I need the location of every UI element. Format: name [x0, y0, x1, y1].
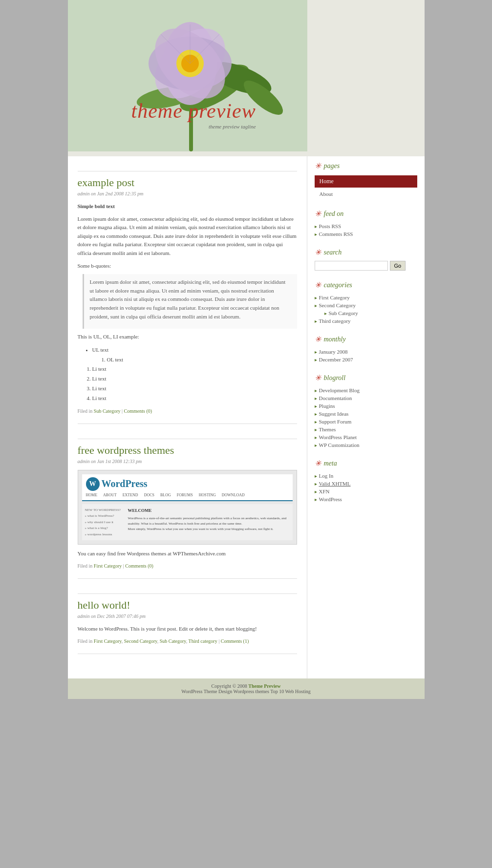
post-content-2: You can easy find free Wordpress themes …	[78, 550, 297, 558]
category-second[interactable]: Second Category	[315, 301, 417, 309]
post-body-2: You can easy find free Wordpress themes …	[78, 550, 297, 558]
post-category-link-1[interactable]: Sub Category	[94, 408, 121, 414]
wp-logo: W WordPress	[86, 477, 289, 491]
blogroll-support-link[interactable]: Support Forum	[319, 419, 352, 424]
list-item-ol: OL text	[107, 355, 297, 365]
monthly-star-icon: ✳	[315, 335, 321, 344]
search-button[interactable]: Go	[390, 261, 406, 271]
post-meta-3: admin on Dec 26th 2007 07:46 pm	[78, 614, 297, 619]
blogroll-wp-custom-link[interactable]: WP Customization	[319, 442, 360, 448]
post-content-1: Simple bold text Lorem ipsum dolor sit a…	[78, 202, 297, 403]
sidebar-pages-title: ✳ pages	[315, 161, 417, 170]
feed-item-posts[interactable]: Posts RSS	[315, 222, 417, 230]
mid-divider-2	[78, 593, 297, 594]
category-sub-link[interactable]: Sub Category	[329, 310, 358, 316]
list-item-ul: UL text OL text	[92, 345, 297, 365]
meta-xfn-link[interactable]: XFN	[319, 488, 330, 494]
sidebar-blogroll-title: ✳ blogroll	[315, 373, 417, 382]
meta-xhtml-link[interactable]: Valid XHTML	[319, 481, 351, 487]
post-category-link-2[interactable]: First Category	[94, 563, 122, 569]
blogroll-docs[interactable]: Documentation	[315, 394, 417, 402]
post-category-link-3b[interactable]: Second Category	[124, 638, 157, 644]
meta-xfn[interactable]: XFN	[315, 487, 417, 495]
feed-item-comments[interactable]: Comments RSS	[315, 230, 417, 238]
blogroll-plugins[interactable]: Plugins	[315, 402, 417, 410]
nav-item-about[interactable]: About	[315, 189, 417, 199]
blogroll-star-icon: ✳	[315, 373, 321, 382]
sidebar-blogroll: ✳ blogroll Development Blog Documentatio…	[315, 373, 417, 449]
wp-main-mock: WELCOME WordPress is a state-of-the-art …	[128, 507, 290, 538]
wp-nav-home: HOME	[86, 493, 98, 497]
category-sub[interactable]: Sub Category	[315, 309, 417, 317]
meta-star-icon: ✳	[315, 459, 321, 468]
search-form: Go	[315, 261, 417, 271]
category-first-link[interactable]: First Category	[319, 295, 350, 300]
monthly-dec[interactable]: December 2007	[315, 356, 417, 363]
blogroll-wp-custom[interactable]: WP Customization	[315, 441, 417, 449]
category-third[interactable]: Third category	[315, 317, 417, 325]
blogroll-ideas[interactable]: Suggest Ideas	[315, 410, 417, 418]
post-list-section: UL text OL text Li text Li text Li text …	[78, 345, 297, 403]
wp-screenshot: W WordPress HOME ABOUT EXTEND DOCS BLOG …	[78, 470, 297, 545]
sidebar-categories: ✳ categories First Category Second Categ…	[315, 280, 417, 325]
sidebar-meta-title: ✳ meta	[315, 459, 417, 468]
post-comments-link-1[interactable]: Comments (0)	[124, 408, 152, 414]
post-comments-link-2[interactable]: Comments (0)	[125, 563, 153, 569]
feed-posts-link[interactable]: Posts RSS	[319, 223, 342, 229]
sidebar: ✳ pages Home About ✳ feed on Posts RSS C…	[307, 156, 425, 518]
blogroll-wp-planet-link[interactable]: WordPress Planet	[319, 434, 357, 440]
post-footer-3: Filed in First Category, Second Category…	[78, 638, 297, 644]
sidebar-categories-title: ✳ categories	[315, 280, 417, 290]
meta-xhtml[interactable]: Valid XHTML	[315, 480, 417, 487]
meta-wordpress-link[interactable]: WordPress	[319, 496, 342, 502]
post-bquote-intro: Some b-quotes:	[78, 262, 297, 271]
categories-star-icon: ✳	[315, 280, 321, 290]
monthly-dec-link[interactable]: December 2007	[319, 357, 353, 362]
monthly-jan-link[interactable]: January 2008	[319, 349, 348, 355]
site-header: theme preview theme preview tagline	[68, 0, 425, 156]
blogroll-ideas-link[interactable]: Suggest Ideas	[319, 411, 349, 417]
nav-item-home[interactable]: Home	[315, 174, 417, 189]
nav-about-link[interactable]: About	[315, 190, 417, 198]
blogroll-dev[interactable]: Development Blog	[315, 386, 417, 394]
nav-home-link[interactable]: Home	[315, 175, 417, 188]
post-category-link-3d[interactable]: Third category	[189, 638, 217, 644]
feed-star-icon: ✳	[315, 209, 321, 218]
wp-nav-about: ABOUT	[103, 493, 117, 497]
post-title-2: free wordpress themes	[78, 444, 297, 457]
category-second-link[interactable]: Second Category	[319, 302, 356, 308]
wp-nav-hosting: HOSTING	[199, 493, 216, 497]
blogroll-wp-planet[interactable]: WordPress Planet	[315, 433, 417, 441]
blogroll-themes[interactable]: Themes	[315, 425, 417, 433]
list-item-li-1: Li text	[92, 364, 297, 374]
blogroll-support[interactable]: Support Forum	[315, 418, 417, 425]
search-input[interactable]	[315, 261, 388, 271]
pages-star-icon: ✳	[315, 161, 321, 170]
blogroll-docs-link[interactable]: Documentation	[319, 395, 352, 401]
blogroll-plugins-link[interactable]: Plugins	[319, 403, 335, 409]
wp-nav-bar: HOME ABOUT EXTEND DOCS BLOG FORUMS HOSTI…	[86, 493, 289, 497]
list-item-li-4: Li text	[92, 394, 297, 403]
meta-wordpress[interactable]: WordPress	[315, 495, 417, 503]
blogroll-themes-link[interactable]: Themes	[319, 426, 336, 432]
sidebar-search-title: ✳ search	[315, 248, 417, 257]
post-comments-link-3[interactable]: Comments (1)	[221, 638, 249, 644]
sidebar-feed-title: ✳ feed on	[315, 209, 417, 218]
page-wrapper: theme preview theme preview tagline exam…	[68, 0, 425, 699]
wp-sidebar-mock: NEW TO WORDPRESS? » what is WordPress? »…	[85, 507, 124, 538]
meta-login-link[interactable]: Log In	[319, 473, 334, 479]
category-third-link[interactable]: Third category	[319, 318, 351, 324]
post-body-1: Lorem ipsum dolor sit amet, consectetur …	[78, 215, 297, 258]
list-item-li-2: Li text	[92, 374, 297, 384]
post-category-link-3c[interactable]: Sub Category	[160, 638, 186, 644]
blogroll-dev-link[interactable]: Development Blog	[319, 387, 360, 393]
monthly-list: January 2008 December 2007	[315, 348, 417, 363]
post-category-link-3a[interactable]: First Category	[94, 638, 122, 644]
meta-login[interactable]: Log In	[315, 472, 417, 480]
footer-theme-link[interactable]: Theme Preview	[248, 683, 280, 689]
wp-nav-download: DOWNLOAD	[222, 493, 245, 497]
monthly-jan[interactable]: January 2008	[315, 348, 417, 356]
category-first[interactable]: First Category	[315, 294, 417, 301]
wp-mock-header: W WordPress HOME ABOUT EXTEND DOCS BLOG …	[82, 474, 293, 501]
feed-comments-link[interactable]: Comments RSS	[319, 231, 353, 237]
